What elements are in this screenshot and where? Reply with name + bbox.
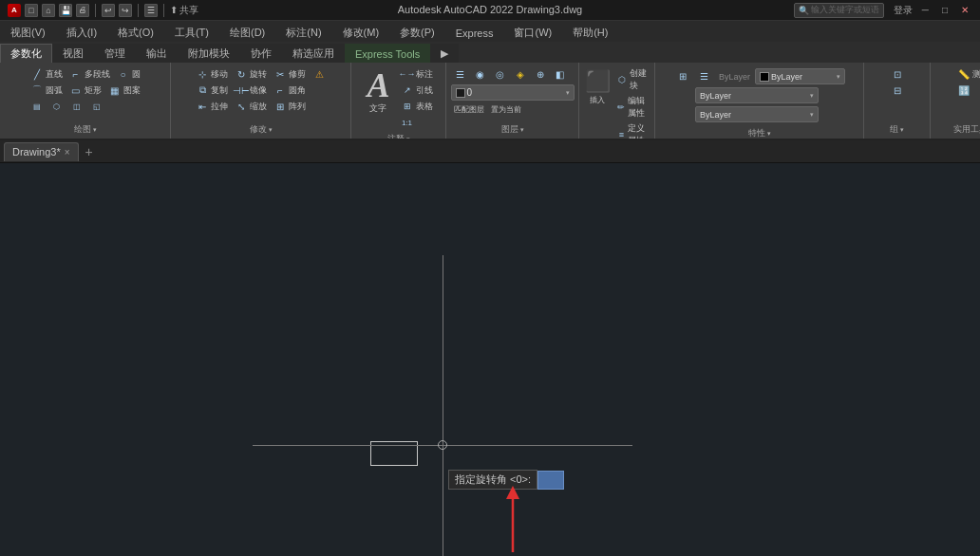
scale-icon: ⤡	[235, 100, 248, 113]
block-define-attr-btn[interactable]: ≡ 定义属性	[614, 121, 651, 140]
block-edit-btn[interactable]: ✏ 编辑属性	[614, 94, 651, 120]
main-tab-addons[interactable]: 附加模块	[178, 44, 240, 63]
copy-btn[interactable]: ⧉ 复制	[193, 83, 231, 98]
lineweight-dropdown-arrow: ▾	[810, 111, 814, 119]
print-btn[interactable]: 🖨	[76, 4, 89, 17]
modify-group-arrow[interactable]: ▾	[269, 126, 273, 134]
layer-btn4[interactable]: ⊕	[531, 66, 550, 82]
layer-btn2[interactable]: ◎	[491, 66, 510, 82]
main-tab-view[interactable]: 视图	[52, 44, 94, 63]
warning-btn[interactable]: ⚠	[310, 66, 329, 82]
block-create-btn[interactable]: ⬡ 创建块	[614, 66, 651, 93]
linetype-dropdown[interactable]: ByLayer ▾	[695, 87, 819, 103]
text-btn[interactable]: A 文字	[361, 66, 395, 117]
measure-btn[interactable]: 📏 测量	[954, 66, 981, 82]
rotate-btn[interactable]: ↻ 旋转	[232, 66, 270, 82]
layer-prop-btn[interactable]: ☰	[451, 66, 470, 82]
tab-modify[interactable]: 修改(M)	[332, 23, 390, 42]
tooltip-input[interactable]	[537, 471, 564, 490]
gradient-btn[interactable]: ▤	[28, 99, 47, 114]
line-btn[interactable]: ╱ 直线	[28, 66, 66, 82]
polyline-btn[interactable]: ⌐ 多段线	[66, 66, 113, 82]
layer-btn1[interactable]: ◉	[471, 66, 490, 82]
layer-btn5[interactable]: ◧	[551, 66, 570, 82]
close-btn[interactable]: ✕	[957, 5, 972, 15]
open-btn[interactable]: ⌂	[42, 4, 55, 17]
tab-help[interactable]: 帮助(H)	[562, 23, 618, 42]
circle-btn[interactable]: ○ 圆	[114, 66, 143, 82]
tab-dimension[interactable]: 标注(N)	[275, 23, 331, 42]
main-tab-collab[interactable]: 协作	[240, 44, 282, 63]
arc-btn[interactable]: ⌒ 圆弧	[28, 83, 66, 98]
maximize-btn[interactable]: □	[938, 5, 952, 15]
move-icon: ⊹	[196, 67, 209, 81]
modify-group-label: 修改 ▾	[246, 122, 276, 137]
tab-insert[interactable]: 插入(I)	[56, 23, 107, 42]
document-tab-close[interactable]: ×	[65, 147, 70, 158]
title-bar-right: 🔍 输入关键字或短语 登录 ─ □ ✕	[794, 3, 972, 18]
set-current-btn[interactable]: 置为当前	[488, 103, 524, 116]
redo-btn[interactable]: ↪	[119, 4, 132, 17]
wipeout-btn[interactable]: ◱	[87, 99, 106, 114]
region-btn[interactable]: ◫	[67, 99, 86, 114]
ungroup-btn[interactable]: ⊟	[888, 83, 907, 98]
mirror-btn[interactable]: ⊣⊢ 镜像	[232, 83, 270, 98]
tab-express[interactable]: Express	[445, 23, 504, 42]
drawing-area[interactable]: 指定旋转角 <0>:	[0, 163, 980, 556]
layers-group-arrow[interactable]: ▾	[520, 126, 524, 134]
array-btn[interactable]: ⊞ 阵列	[271, 99, 309, 114]
group-btn[interactable]: ⊡	[888, 66, 907, 82]
lineweight-dropdown[interactable]: ByLayer ▾	[695, 106, 819, 122]
prop-icon1[interactable]: ⊞	[673, 69, 692, 84]
main-tab-express-tools[interactable]: Express Tools	[345, 44, 430, 63]
tab-window[interactable]: 窗口(W)	[503, 23, 562, 42]
scale-btn[interactable]: ⤡ 缩放	[232, 99, 270, 114]
new-tab-btn[interactable]: +	[81, 143, 98, 160]
utilities-col: 📏 测量 🔢	[954, 66, 981, 98]
share-btn[interactable]: ⬆ 共享	[170, 4, 198, 17]
main-tab-more[interactable]: ▶	[430, 44, 459, 63]
table-btn[interactable]: ⊞ 表格	[398, 99, 436, 114]
tab-tools[interactable]: 工具(T)	[164, 23, 219, 42]
workspace-btn[interactable]: ☰	[144, 4, 158, 17]
color-dropdown[interactable]: ByLayer ▾	[755, 68, 845, 84]
user-login[interactable]: 登录	[894, 4, 913, 17]
tab-draw[interactable]: 绘图(D)	[219, 23, 275, 42]
boundary-btn[interactable]: ⬡	[47, 99, 66, 114]
tab-params[interactable]: 参数(P)	[389, 23, 445, 42]
main-tab-manage[interactable]: 管理	[94, 44, 136, 63]
fillet-btn[interactable]: ⌐ 圆角	[271, 83, 309, 98]
main-tab-featured[interactable]: 精选应用	[282, 44, 345, 63]
save-btn[interactable]: 💾	[59, 4, 72, 17]
layer-dropdown[interactable]: 0 ▾	[451, 84, 575, 101]
new-btn[interactable]: □	[25, 4, 38, 17]
props-group-label: 特性 ▾	[744, 126, 775, 140]
block-edit-icon: ✏	[617, 101, 626, 114]
draw-group-arrow[interactable]: ▾	[93, 126, 97, 134]
trim-btn[interactable]: ✂ 修剪	[271, 66, 309, 82]
rect-btn[interactable]: ▭ 矩形	[66, 83, 104, 98]
boundary-icon: ⬡	[50, 100, 64, 113]
layer-btn3[interactable]: ◈	[511, 66, 530, 82]
quick-calc-btn[interactable]: 🔢	[954, 83, 981, 98]
tab-format[interactable]: 格式(O)	[107, 23, 164, 42]
draw-row1: ╱ 直线 ⌐ 多段线 ○ 圆	[28, 66, 143, 82]
tab-view[interactable]: 视图(V)	[0, 23, 56, 42]
prop-icon2[interactable]: ☰	[695, 69, 714, 84]
move-btn[interactable]: ⊹ 移动	[193, 66, 231, 82]
dim-btn[interactable]: ←→ 标注	[398, 66, 436, 82]
main-tab-parameterize[interactable]: 参数化	[0, 44, 52, 63]
props-group-arrow[interactable]: ▾	[767, 130, 771, 138]
search-box[interactable]: 🔍 输入关键字或短语	[794, 3, 884, 18]
insert-btn[interactable]: ⬛ 插入	[582, 66, 612, 107]
stretch-btn[interactable]: ⇤ 拉伸	[193, 99, 231, 114]
leader-btn[interactable]: ↗ 引线	[398, 83, 436, 98]
main-tab-output[interactable]: 输出	[136, 44, 178, 63]
match-layer-btn[interactable]: 匹配图层	[451, 103, 487, 116]
hatch-btn[interactable]: ▦ 图案	[105, 83, 143, 98]
groups-group-arrow[interactable]: ▾	[900, 126, 904, 134]
undo-btn[interactable]: ↩	[102, 4, 115, 17]
annotation-scale-btn[interactable]: 1:1	[398, 115, 436, 130]
minimize-btn[interactable]: ─	[918, 5, 933, 15]
document-tab[interactable]: Drawing3* ×	[4, 142, 79, 161]
